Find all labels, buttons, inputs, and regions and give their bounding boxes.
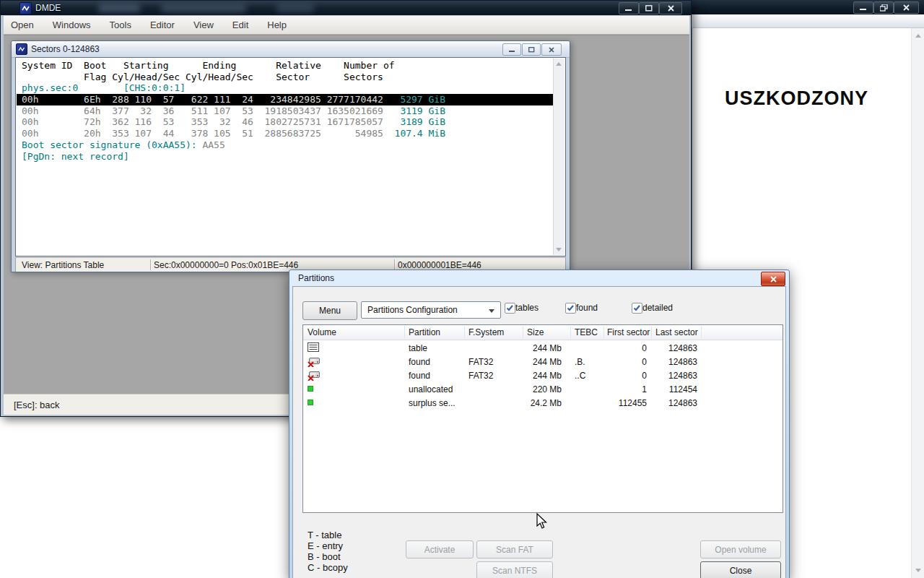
menu-item-windows[interactable]: Windows	[53, 20, 91, 30]
dmde-minimize-button[interactable]	[619, 2, 639, 14]
menu-item-editor[interactable]: Editor	[150, 20, 175, 30]
minimize-icon	[625, 5, 632, 12]
sector-text-line: System ID Boot Starting Ending Relative …	[17, 60, 554, 72]
sector-text-line: phys.sec:0 [CHS:0:0:1]	[17, 82, 554, 94]
checkbox-label-found: found	[576, 303, 598, 313]
sector-table-row[interactable]: 00h 72h 362 116 53 353 32 46 1802725731 …	[17, 116, 554, 128]
background-window-scrollbar[interactable]	[911, 28, 924, 578]
last-sector-cell: 124863	[654, 343, 697, 353]
sector-table-row[interactable]: 00h 20h 353 107 44 378 105 51 2885683725…	[17, 128, 554, 139]
close-icon	[668, 5, 674, 12]
column-separator	[570, 327, 571, 338]
checkbox-label-tables: tables	[515, 303, 539, 313]
sector-table-row[interactable]: 00h 6Eh 288 110 57 622 111 24 234842985 …	[17, 94, 554, 105]
size-cell: 244 Mb	[484, 357, 562, 367]
open-volume-button[interactable]: Open volume	[700, 540, 781, 558]
dmde-titlebar[interactable]: DMDE	[1, 1, 691, 15]
checkbox-found[interactable]	[565, 303, 576, 314]
dmde-close-button[interactable]	[659, 2, 682, 14]
first-sector-cell: 0	[589, 343, 647, 353]
sector-table-row[interactable]: 00h 64h 377 32 36 511 107 53 1918503437 …	[17, 105, 554, 117]
checkbox-detailed[interactable]	[632, 303, 642, 314]
partition-cell: found	[409, 357, 430, 367]
row-values: 00h 6Eh 288 110 57 622 111 24 234842985 …	[22, 94, 383, 105]
menu-item-view[interactable]: View	[193, 20, 214, 30]
maximize-icon	[645, 5, 653, 12]
partitions-config-dropdown[interactable]: Partitions Configuration	[361, 301, 501, 319]
table-row[interactable]: unallocated220 Mb1112454	[303, 382, 783, 396]
legend-line: B - boot	[308, 551, 341, 562]
close-icon	[549, 47, 554, 53]
row-size: 3119 GiB	[383, 105, 445, 116]
column-separator	[464, 327, 465, 338]
check-icon	[633, 304, 641, 312]
sectors-close-button[interactable]	[541, 43, 562, 56]
background-close-button[interactable]	[894, 1, 919, 14]
size-cell: 220 Mb	[484, 384, 562, 394]
partition-cell: found	[409, 371, 430, 381]
status-hint: [Esc]: back	[14, 400, 60, 410]
table-row[interactable]: surplus se...24.2 Mb112455124863	[303, 396, 783, 410]
checkbox-tables[interactable]	[505, 303, 515, 314]
menu-item-help[interactable]: Help	[267, 20, 287, 30]
check-icon	[506, 304, 514, 312]
column-separator	[404, 327, 405, 338]
menu-item-open[interactable]: Open	[11, 20, 34, 30]
table-row[interactable]: foundFAT32244 Mb..C0124863	[303, 368, 783, 382]
unallocated-icon	[308, 384, 313, 394]
close-icon	[770, 276, 777, 282]
activate-button[interactable]: Activate	[406, 540, 474, 558]
sectors-window-icon	[16, 43, 27, 55]
dmde-maximize-button[interactable]	[639, 2, 659, 14]
menu-item-tools[interactable]: Tools	[110, 20, 131, 30]
scroll-up-icon	[556, 62, 562, 66]
legend-line: E - entry	[308, 540, 343, 551]
partitions-table-header[interactable]: VolumePartitionF.SystemSizeTEBCFirst sec…	[303, 325, 783, 340]
sectors-minimize-button[interactable]	[502, 43, 521, 56]
scan-ntfs-button[interactable]: Scan NTFS	[476, 561, 553, 578]
redacted-text-blur	[276, 4, 314, 12]
row-values: 00h 64h 377 32 36 511 107 53 1918503437 …	[22, 105, 383, 116]
table-row[interactable]: table244 Mb0124863	[303, 341, 783, 355]
sectors-scrollbar[interactable]	[553, 59, 565, 255]
scan-fat-button[interactable]: Scan FAT	[476, 540, 553, 558]
scroll-down-icon	[915, 569, 921, 572]
first-sector-cell: 1	[589, 384, 647, 394]
sectors-content: System ID Boot Starting Ending Relative …	[15, 57, 566, 256]
column-header-f-system: F.System	[468, 327, 504, 337]
row-values: 00h 72h 362 116 53 353 32 46 1802725731 …	[22, 116, 383, 127]
status-separator	[394, 259, 395, 270]
sectors-titlebar[interactable]: Sectors 0-124863	[12, 41, 570, 58]
last-sector-cell: 124863	[654, 357, 697, 367]
tebc-cell: .B.	[575, 357, 585, 367]
last-sector-cell: 112454	[654, 384, 697, 394]
menu-button[interactable]: Menu	[302, 301, 357, 320]
size-cell: 244 Mb	[484, 343, 562, 353]
column-header-volume: Volume	[308, 327, 336, 337]
sectors-maximize-button[interactable]	[522, 43, 541, 56]
signature-value: AA55	[202, 139, 225, 150]
row-size: 5297 GiB	[383, 94, 445, 105]
column-separator	[651, 327, 652, 338]
column-header-tebc: TEBC	[575, 327, 598, 337]
background-minimize-button[interactable]	[853, 1, 873, 14]
tebc-cell: ..C	[575, 371, 585, 381]
first-sector-cell: 0	[589, 357, 647, 367]
volume-deleted-icon	[308, 356, 321, 369]
partition-cell: unallocated	[409, 384, 453, 394]
maximize-icon	[528, 47, 535, 53]
dialog-close-button[interactable]	[761, 272, 785, 286]
size-cell: 244 Mb	[484, 371, 562, 381]
row-size: 3189 GiB	[383, 116, 445, 127]
window-title: DMDE	[35, 3, 61, 13]
background-window-toolbar	[692, 14, 924, 28]
table-row[interactable]: foundFAT32244 Mb.B.0124863	[303, 355, 783, 368]
partitions-table: VolumePartitionF.SystemSizeTEBCFirst sec…	[302, 324, 783, 513]
close-button[interactable]: Close	[700, 561, 781, 578]
background-restore-button[interactable]	[873, 1, 894, 14]
column-header-last-sector: Last sector	[655, 327, 698, 337]
document-text: USZKODZONY	[725, 87, 868, 110]
menu-item-edit[interactable]: Edit	[232, 20, 248, 30]
dialog-body: Menu Partitions Configuration tablesfoun…	[292, 286, 786, 578]
status-separator	[150, 259, 151, 270]
